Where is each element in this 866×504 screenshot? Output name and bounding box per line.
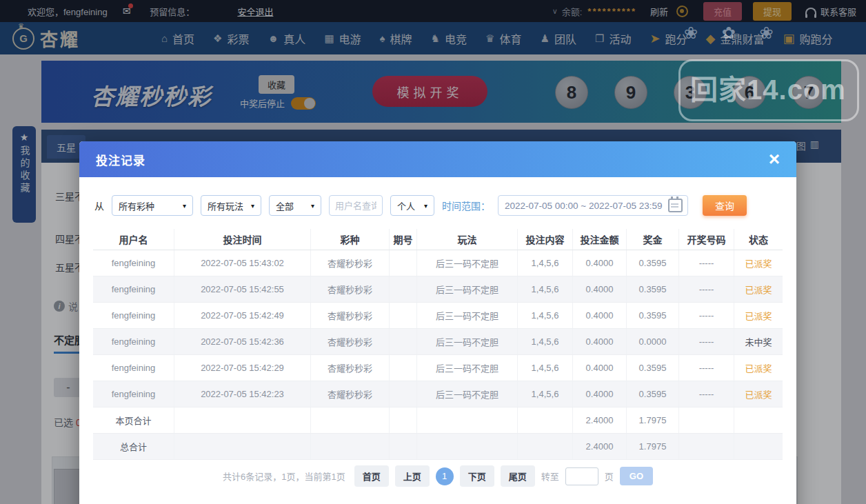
cell-content: 1,4,5,6 [518,381,573,407]
cell-bet-time: 2022-07-05 15:42:55 [174,276,311,302]
play-type-select[interactable]: 所有玩法▾ [201,195,261,216]
cell-username: 本页合计 [93,407,174,433]
bet-records-modal: 投注记录 × 从 所有彩种▾ 所有玩法▾ 全部▾ 个人▾ 时间范围： 查询 用户… [79,141,796,504]
time-range-label: 时间范围： [442,199,490,212]
current-page-indicator[interactable]: 1 [436,467,454,485]
cell-amount: 0.4000 [573,303,627,328]
scope-select[interactable]: 个人▾ [390,195,434,216]
cell-username: fengfeining [93,355,174,381]
cell-issue [390,434,417,459]
col-status: 状态 [734,229,783,250]
page-unit-label: 页 [605,470,614,483]
next-page-button[interactable]: 下页 [460,465,494,487]
table-row: 本页合计 2.4000 1.7975 [93,407,783,434]
cell-issue [390,329,417,354]
cell-prize: 0.3595 [627,381,679,407]
pagination: 共计6条记录，1页，当前第1页 首页 上页 1 下页 尾页 转至 页 GO [79,465,796,487]
cell-username: fengfeining [93,250,174,276]
cell-lottery [311,407,390,433]
cell-status [734,407,783,433]
cell-draw-number: ----- [679,276,734,302]
cell-prize: 1.7975 [627,407,679,433]
cell-content: 1,4,5,6 [518,276,573,302]
cell-bet-time: 2022-07-05 15:42:23 [174,381,311,407]
calendar-icon[interactable] [668,199,683,212]
table-header-row: 用户名 投注时间 彩种 期号 玩法 投注内容 投注金额 奖金 开奖号码 状态 [93,229,783,250]
cell-content: 1,4,5,6 [518,329,573,354]
goto-label: 转至 [541,470,559,483]
cell-lottery: 杏耀秒秒彩 [311,381,390,407]
cell-play: 后三一码不定胆 [417,250,518,276]
cell-bet-time [174,407,311,433]
col-content: 投注内容 [518,229,573,250]
cell-status: 已派奖 [734,250,783,276]
cell-amount: 0.4000 [573,329,627,354]
from-label: 从 [94,199,104,212]
cell-draw-number: ----- [679,250,734,276]
lottery-type-select[interactable]: 所有彩种▾ [112,195,193,216]
prev-page-button[interactable]: 上页 [395,465,430,487]
lottery-select-value: 所有彩种 [119,199,154,212]
table-body: fengfeining 2022-07-05 15:43:02 杏耀秒秒彩 后三… [93,250,783,460]
go-button[interactable]: GO [620,467,653,485]
cell-issue [390,407,417,433]
cell-status [734,434,783,459]
bet-records-table: 用户名 投注时间 彩种 期号 玩法 投注内容 投注金额 奖金 开奖号码 状态 f… [93,229,783,460]
cell-prize: 0.0000 [627,329,679,354]
time-range-field [498,195,688,216]
cell-bet-time [174,434,311,459]
cell-bet-time: 2022-07-05 15:42:36 [174,329,311,354]
col-lottery: 彩种 [311,229,390,250]
cell-prize: 0.3595 [627,276,679,302]
cell-username: 总合计 [93,434,174,459]
search-button[interactable]: 查询 [703,195,747,216]
time-range-input[interactable] [503,200,665,212]
cell-amount: 0.4000 [573,250,627,276]
close-icon[interactable]: × [769,151,780,168]
cell-username: fengfeining [93,303,174,328]
status-select[interactable]: 全部▾ [269,195,321,216]
cell-prize: 0.3595 [627,303,679,328]
last-page-button[interactable]: 尾页 [501,465,535,487]
cell-amount: 2.4000 [573,407,627,433]
cell-bet-time: 2022-07-05 15:42:29 [174,355,311,381]
cell-status: 已派奖 [734,303,783,328]
table-row: fengfeining 2022-07-05 15:42:29 杏耀秒秒彩 后三… [93,355,783,381]
cell-draw-number: ----- [679,303,734,328]
table-row: fengfeining 2022-07-05 15:42:55 杏耀秒秒彩 后三… [93,276,783,303]
cell-lottery: 杏耀秒秒彩 [311,329,390,354]
filter-bar: 从 所有彩种▾ 所有玩法▾ 全部▾ 个人▾ 时间范围： 查询 [94,195,781,216]
chevron-down-icon: ▾ [424,202,427,210]
cell-amount: 0.4000 [573,276,627,302]
col-amount: 投注金额 [573,229,627,250]
cell-content: 1,4,5,6 [518,250,573,276]
page: 欢迎您，fengfeining ✉ 预留信息： 安全退出 ∨ 余额: *****… [0,0,866,504]
cell-bet-time: 2022-07-05 15:42:49 [174,303,311,328]
table-row: 总合计 2.4000 1.7975 [93,434,783,460]
cell-status: 已派奖 [734,276,783,302]
cell-prize: 0.3595 [627,250,679,276]
username-search-input[interactable] [329,195,383,216]
table-row: fengfeining 2022-07-05 15:42:49 杏耀秒秒彩 后三… [93,303,783,329]
cell-lottery: 杏耀秒秒彩 [311,250,390,276]
cell-issue [390,250,417,276]
cell-draw-number: ----- [679,355,734,381]
cell-content [518,434,573,459]
goto-page-input[interactable] [565,467,598,485]
cell-amount: 2.4000 [573,434,627,459]
col-bet-time: 投注时间 [174,229,311,250]
table-row: fengfeining 2022-07-05 15:42:36 杏耀秒秒彩 后三… [93,329,783,355]
cell-play: 后三一码不定胆 [417,381,518,407]
cell-lottery: 杏耀秒秒彩 [311,355,390,381]
cell-play [417,434,518,459]
scope-select-value: 个人 [397,199,415,212]
play-select-value: 所有玩法 [208,199,243,212]
cell-issue [390,381,417,407]
col-issue: 期号 [390,229,417,250]
cell-content [518,407,573,433]
cell-lottery: 杏耀秒秒彩 [311,276,390,302]
cell-amount: 0.4000 [573,381,627,407]
cell-username: fengfeining [93,329,174,354]
cell-play: 后三一码不定胆 [417,355,518,381]
first-page-button[interactable]: 首页 [354,465,389,487]
